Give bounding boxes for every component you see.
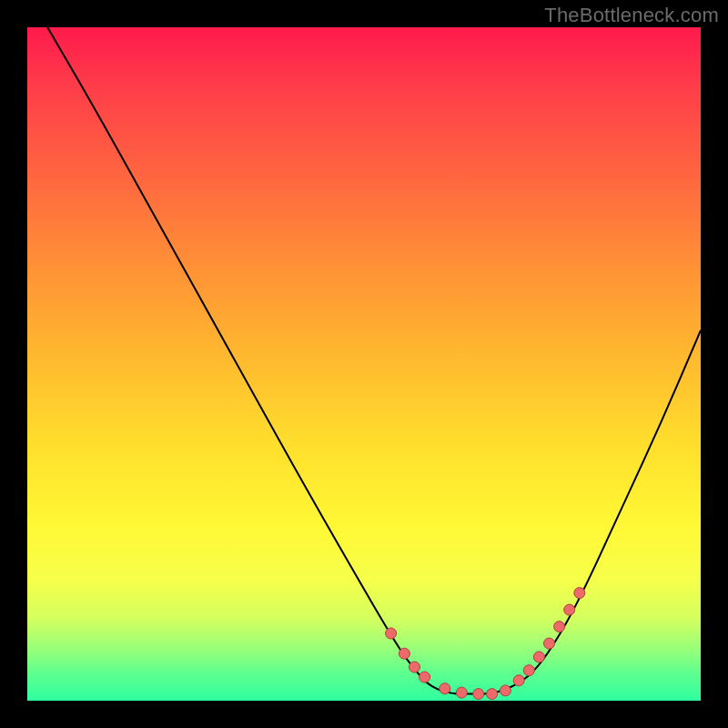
- data-dot: [544, 638, 555, 649]
- watermark-text: TheBottleneck.com: [544, 4, 719, 27]
- data-dot: [533, 652, 544, 662]
- chart-svg: [27, 27, 701, 701]
- data-dot: [564, 604, 575, 615]
- bottleneck-curve: [47, 27, 701, 694]
- plot-area: [27, 27, 701, 701]
- data-dot: [574, 588, 585, 599]
- data-dot: [513, 675, 524, 686]
- data-dot: [473, 689, 484, 700]
- data-dots: [386, 588, 585, 700]
- data-dot: [500, 685, 511, 696]
- data-dot: [487, 689, 498, 700]
- data-dot: [440, 683, 450, 694]
- data-dot: [399, 648, 410, 659]
- data-dot: [523, 665, 534, 676]
- data-dot: [410, 662, 420, 672]
- data-dot: [386, 628, 397, 639]
- data-dot: [456, 687, 467, 698]
- data-dot: [420, 672, 430, 682]
- data-dot: [554, 622, 565, 632]
- chart-frame: TheBottleneck.com: [0, 0, 728, 728]
